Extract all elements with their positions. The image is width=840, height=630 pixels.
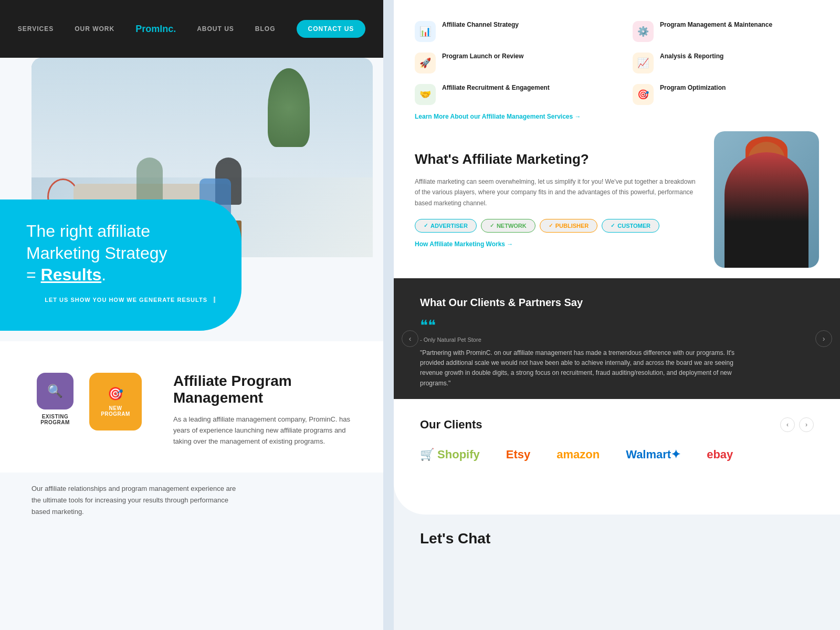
clients-header: Our Clients ‹ ›	[420, 417, 814, 432]
service-icon-5: 🤝	[415, 84, 436, 105]
service-icon-2: ⚙️	[633, 21, 654, 42]
tag-buttons: ✓ ADVERTISER ✓ NETWORK ✓ PUBLISHER ✓ CUS…	[415, 219, 698, 233]
person-image	[714, 131, 819, 268]
services-section: 📊 Affiliate Channel Strategy ⚙️ Program …	[394, 0, 840, 121]
testimonial-prev-button[interactable]: ‹	[402, 330, 418, 347]
service-title-1: Affiliate Channel Strategy	[442, 21, 519, 28]
clients-next-button[interactable]: ›	[799, 417, 814, 432]
clients-arrows: ‹ ›	[780, 417, 814, 432]
service-title-3: Program Launch or Review	[442, 52, 523, 60]
client-name: - Only Natural Pet Store	[420, 337, 814, 343]
service-title-4: Analysis & Reporting	[660, 52, 723, 60]
testimonial-quote: "Partnering with ProminC. on our affilia…	[420, 348, 735, 388]
shopify-logo: 🛒 Shopify	[420, 448, 480, 461]
service-item-2: ⚙️ Program Management & Maintenance	[633, 21, 819, 42]
tag-customer[interactable]: ✓ CUSTOMER	[602, 219, 659, 233]
service-item-3: 🚀 Program Launch or Review	[415, 52, 601, 74]
service-title-6: Program Optimization	[660, 84, 726, 91]
service-item-6: 🎯 Program Optimization	[633, 84, 819, 105]
learn-more-link[interactable]: Learn More About our Affiliate Managemen…	[415, 113, 581, 120]
etsy-logo: Etsy	[506, 448, 530, 461]
tag-advertiser[interactable]: ✓ ADVERTISER	[415, 219, 477, 233]
affiliate-program-title: Affiliate Program Management	[173, 373, 357, 406]
how-affiliate-works-link[interactable]: How Affiliate Marketing Works →	[415, 240, 513, 248]
quote-icon: ❝❝	[420, 317, 814, 334]
office-window	[32, 58, 373, 177]
testimonial-section: ‹ What Our Clients & Partners Say ❝❝ - O…	[394, 278, 840, 399]
service-icon-4: 📈	[633, 52, 654, 74]
new-program-card[interactable]: 🎯 NEW PROGRAM	[89, 373, 142, 430]
clients-prev-button[interactable]: ‹	[780, 417, 795, 432]
tag-network[interactable]: ✓ NETWORK	[481, 219, 536, 233]
amazon-logo: amazon	[556, 448, 600, 461]
affiliate-marketing-title: What's Affiliate Marketing?	[415, 151, 698, 169]
affiliate-program-desc: As a leading affiliate management compan…	[173, 414, 357, 447]
tag-publisher[interactable]: ✓ PUBLISHER	[540, 219, 598, 233]
affiliate-marketing-desc: Affiliate marketing can seem overwhelmin…	[415, 176, 698, 208]
existing-program-icon: 🔍	[37, 373, 74, 410]
new-program-label: NEW PROGRAM	[97, 405, 134, 417]
new-program-icon: 🎯	[108, 386, 123, 401]
hero-headline: The right affiliate Marketing Strategy =…	[26, 220, 215, 286]
clients-section: Our Clients ‹ › 🛒 Shopify Etsy amazon Wa…	[394, 399, 840, 514]
left-panel: SERVICES OUR WORK PromInc. ABOUT US BLOG…	[0, 0, 383, 630]
service-item-5: 🤝 Affiliate Recruitment & Engagement	[415, 84, 601, 105]
what-is-affiliate-section: What's Affiliate Marketing? Affiliate ma…	[394, 121, 840, 278]
service-item-4: 📈 Analysis & Reporting	[633, 52, 819, 74]
nav-blog[interactable]: BLOG	[255, 25, 276, 33]
nav-services[interactable]: SERVICES	[18, 25, 54, 33]
client-logos: 🛒 Shopify Etsy amazon Walmart✦ ebay	[420, 448, 814, 461]
lets-chat-section: Let's Chat	[394, 514, 840, 563]
ebay-logo: ebay	[707, 448, 733, 461]
testimonial-next-button[interactable]: ›	[815, 330, 832, 347]
service-item-1: 📊 Affiliate Channel Strategy	[415, 21, 601, 42]
lets-chat-title: Let's Chat	[420, 530, 814, 547]
service-icon-6: 🎯	[633, 84, 654, 105]
service-icon-1: 📊	[415, 21, 436, 42]
existing-program-label: EXISTING PROGRAM	[32, 414, 79, 425]
navbar: SERVICES OUR WORK PromInc. ABOUT US BLOG…	[0, 0, 383, 58]
existing-program-card[interactable]: 🔍 EXISTING PROGRAM	[32, 373, 79, 430]
nav-our-work[interactable]: OUR WORK	[75, 25, 114, 33]
program-icons: 🔍 EXISTING PROGRAM 🎯 NEW PROGRAM	[32, 373, 142, 430]
bottom-text: Our affiliate relationships and program …	[32, 483, 242, 518]
right-panel: 📊 Affiliate Channel Strategy ⚙️ Program …	[394, 0, 840, 630]
nav-logo[interactable]: PromInc.	[135, 24, 176, 35]
service-title-2: Program Management & Maintenance	[660, 21, 772, 28]
service-title-5: Affiliate Recruitment & Engagement	[442, 84, 550, 91]
affiliate-text-block: What's Affiliate Marketing? Affiliate ma…	[415, 151, 698, 248]
service-icon-3: 🚀	[415, 52, 436, 74]
services-grid: 📊 Affiliate Channel Strategy ⚙️ Program …	[415, 21, 819, 105]
hero-subtext: LET US SHOW YOU HOW WE GENERATE RESULTS	[26, 297, 215, 303]
contact-button[interactable]: CONTACT US	[297, 20, 366, 38]
office-plant	[268, 68, 310, 147]
hero-blue-box: The right affiliate Marketing Strategy =…	[0, 200, 242, 331]
walmart-logo: Walmart✦	[626, 448, 680, 461]
testimonial-title: What Our Clients & Partners Say	[420, 297, 814, 309]
nav-about-us[interactable]: ABOUT US	[197, 25, 234, 33]
clients-title: Our Clients	[420, 418, 482, 432]
person-silhouette	[724, 152, 808, 268]
affiliate-section: 🔍 EXISTING PROGRAM 🎯 NEW PROGRAM Affilia…	[0, 341, 383, 472]
